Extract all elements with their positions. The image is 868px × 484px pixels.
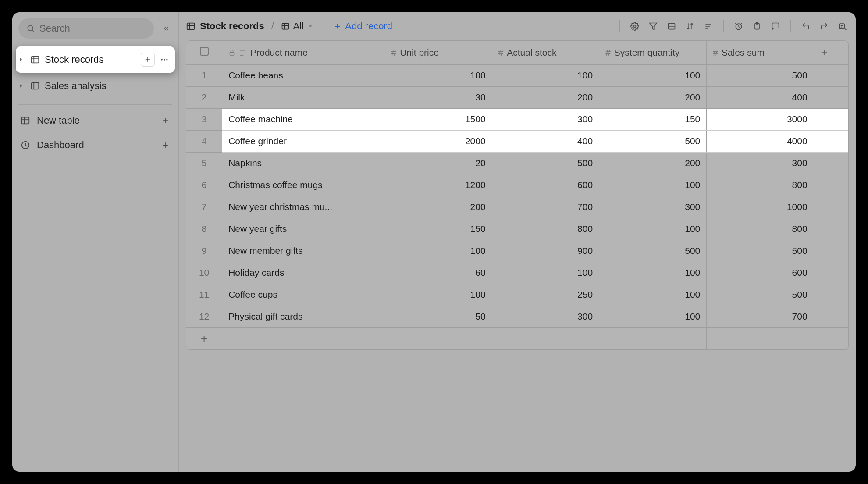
row-index[interactable]: 1 (186, 64, 222, 86)
undo-button[interactable] (798, 18, 814, 34)
cell-actual-stock[interactable]: 700 (492, 196, 599, 218)
cell-unit-price[interactable]: 100 (385, 240, 492, 262)
cell-unit-price[interactable]: 150 (385, 218, 492, 240)
row-index[interactable]: 2 (186, 86, 222, 108)
new-table-button[interactable]: New table + (12, 108, 178, 133)
filter-button[interactable] (645, 18, 661, 34)
cell-system-quantity[interactable]: 300 (599, 196, 707, 218)
cell-product-name[interactable]: Christmas coffee mugs (222, 174, 385, 196)
cell-actual-stock[interactable]: 600 (492, 174, 599, 196)
row-index[interactable]: 3 (186, 108, 222, 130)
add-view-button[interactable] (141, 53, 155, 67)
cell-sales-sum[interactable]: 3000 (707, 108, 814, 130)
cell-unit-price[interactable]: 2000 (385, 130, 492, 152)
cell-unit-price[interactable]: 60 (385, 262, 492, 284)
cell-unit-price[interactable]: 100 (385, 64, 492, 86)
add-column-button[interactable] (814, 41, 848, 64)
cell-system-quantity[interactable]: 100 (599, 218, 707, 240)
cell-actual-stock[interactable]: 100 (492, 64, 599, 86)
cell-actual-stock[interactable]: 250 (492, 284, 599, 306)
view-selector[interactable]: All (281, 21, 313, 32)
table-row[interactable]: 3Coffee machine15003001503000 (186, 108, 848, 130)
cell-product-name[interactable]: New member gifts (222, 240, 385, 262)
table-row[interactable]: 2Milk30200200400 (186, 86, 848, 108)
cell-system-quantity[interactable]: 100 (599, 306, 707, 327)
select-all-checkbox[interactable] (186, 41, 222, 64)
cell-unit-price[interactable]: 1200 (385, 174, 492, 196)
cell-sales-sum[interactable]: 500 (707, 64, 814, 86)
cell-system-quantity[interactable]: 100 (599, 64, 707, 86)
table-row[interactable]: 10Holiday cards60100100600 (186, 262, 848, 284)
cell-unit-price[interactable]: 200 (385, 196, 492, 218)
table-row[interactable]: 9New member gifts100900500500 (186, 240, 848, 262)
cell-system-quantity[interactable]: 100 (599, 284, 707, 306)
row-index[interactable]: 6 (186, 174, 222, 196)
cell-system-quantity[interactable]: 100 (599, 174, 707, 196)
cell-product-name[interactable]: Napkins (222, 152, 385, 174)
table-row[interactable]: 4Coffee grinder20004005004000 (186, 130, 848, 152)
search-input[interactable] (18, 18, 154, 39)
row-index[interactable]: 7 (186, 196, 222, 218)
comment-button[interactable] (768, 18, 783, 34)
cell-product-name[interactable]: Milk (222, 86, 385, 108)
settings-button[interactable] (627, 18, 643, 34)
column-header-product-name[interactable]: Product name (222, 41, 385, 64)
table-title[interactable]: Stock records (186, 21, 264, 32)
cell-system-quantity[interactable]: 200 (599, 152, 707, 174)
cell-product-name[interactable]: New year christmas mu... (222, 196, 385, 218)
cell-actual-stock[interactable]: 300 (492, 306, 599, 327)
column-header-sales-sum[interactable]: #Sales sum (707, 41, 814, 64)
cell-product-name[interactable]: Holiday cards (222, 262, 385, 284)
cell-unit-price[interactable]: 20 (385, 152, 492, 174)
row-index[interactable]: 5 (186, 152, 222, 174)
cell-system-quantity[interactable]: 100 (599, 262, 707, 284)
cell-system-quantity[interactable]: 200 (599, 86, 707, 108)
table-row[interactable]: 5Napkins20500200300 (186, 152, 848, 174)
cell-actual-stock[interactable]: 100 (492, 262, 599, 284)
row-index[interactable]: 12 (186, 306, 222, 327)
row-height-button[interactable] (701, 18, 716, 34)
column-header-unit-price[interactable]: #Unit price (385, 41, 492, 64)
cell-product-name[interactable]: Physical gift cards (222, 306, 385, 327)
cell-sales-sum[interactable]: 500 (707, 240, 814, 262)
reminder-button[interactable] (731, 18, 747, 34)
cell-actual-stock[interactable]: 800 (492, 218, 599, 240)
table-row[interactable]: 6Christmas coffee mugs1200600100800 (186, 174, 848, 196)
cell-product-name[interactable]: Coffee grinder (222, 130, 385, 152)
column-header-actual-stock[interactable]: #Actual stock (492, 41, 599, 64)
cell-product-name[interactable]: New year gifts (222, 218, 385, 240)
sort-button[interactable] (682, 18, 698, 34)
table-row[interactable]: 1Coffee beans100100100500 (186, 64, 848, 86)
cell-actual-stock[interactable]: 900 (492, 240, 599, 262)
table-row[interactable]: 12Physical gift cards50300100700 (186, 306, 848, 327)
redo-button[interactable] (816, 18, 832, 34)
cell-actual-stock[interactable]: 200 (492, 86, 599, 108)
table-row[interactable]: 7New year christmas mu...2007003001000 (186, 196, 848, 218)
cell-sales-sum[interactable]: 1000 (707, 196, 814, 218)
search-field[interactable] (39, 23, 146, 34)
row-index[interactable]: 10 (186, 262, 222, 284)
cell-sales-sum[interactable]: 600 (707, 262, 814, 284)
add-row-button[interactable]: + (186, 327, 848, 349)
cell-unit-price[interactable]: 1500 (385, 108, 492, 130)
cell-sales-sum[interactable]: 400 (707, 86, 814, 108)
cell-sales-sum[interactable]: 300 (707, 152, 814, 174)
cell-sales-sum[interactable]: 500 (707, 284, 814, 306)
cell-product-name[interactable]: Coffee beans (222, 64, 385, 86)
table-row[interactable]: 11Coffee cups100250100500 (186, 284, 848, 306)
cell-product-name[interactable]: Coffee machine (222, 108, 385, 130)
cell-actual-stock[interactable]: 300 (492, 108, 599, 130)
row-index[interactable]: 11 (186, 284, 222, 306)
row-index[interactable]: 4 (186, 130, 222, 152)
sidebar-item-stock-records[interactable]: Stock records (16, 46, 175, 73)
table-row[interactable]: 8New year gifts150800100800 (186, 218, 848, 240)
column-header-system-quantity[interactable]: #System quantity (599, 41, 707, 64)
cell-system-quantity[interactable]: 150 (599, 108, 707, 130)
more-icon[interactable] (157, 53, 171, 67)
cell-product-name[interactable]: Coffee cups (222, 284, 385, 306)
cell-unit-price[interactable]: 50 (385, 306, 492, 327)
cell-system-quantity[interactable]: 500 (599, 240, 707, 262)
cell-actual-stock[interactable]: 500 (492, 152, 599, 174)
cell-sales-sum[interactable]: 4000 (707, 130, 814, 152)
cell-sales-sum[interactable]: 800 (707, 218, 814, 240)
